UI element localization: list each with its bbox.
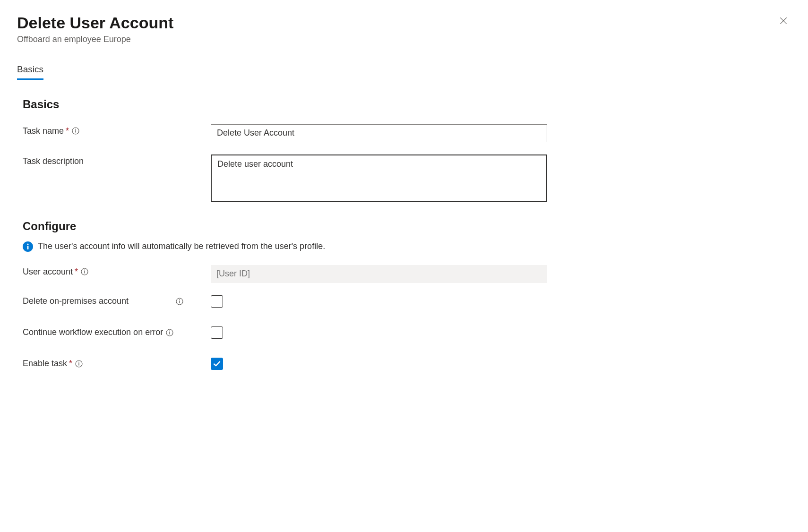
required-indicator: *	[75, 267, 78, 277]
task-description-label-text: Task description	[23, 156, 84, 166]
close-button[interactable]	[776, 13, 791, 28]
continue-on-error-label: Continue workflow execution on error	[23, 327, 198, 337]
svg-point-13	[169, 330, 170, 331]
svg-point-10	[179, 299, 180, 300]
tab-basics[interactable]: Basics	[17, 64, 43, 80]
close-icon	[779, 16, 788, 26]
page-subtitle: Offboard an employee Europe	[17, 34, 173, 44]
delete-onprem-label-text: Delete on-premises account	[23, 296, 129, 306]
svg-point-7	[84, 270, 85, 271]
enable-task-checkbox[interactable]	[211, 358, 223, 370]
svg-rect-5	[27, 246, 29, 249]
continue-on-error-label-text: Continue workflow execution on error	[23, 327, 163, 337]
info-filled-icon	[23, 241, 33, 252]
info-banner-text: The user's account info will automatical…	[38, 241, 325, 251]
info-icon[interactable]	[81, 268, 88, 275]
required-indicator: *	[69, 359, 72, 369]
svg-point-4	[27, 243, 28, 245]
delete-onprem-checkbox[interactable]	[211, 295, 223, 308]
info-icon[interactable]	[75, 360, 83, 368]
user-account-label-text: User account	[23, 267, 73, 277]
svg-rect-8	[84, 271, 85, 274]
enable-task-label-text: Enable task	[23, 359, 67, 369]
svg-point-1	[75, 129, 76, 130]
svg-rect-11	[179, 300, 180, 303]
enable-task-label: Enable task *	[23, 359, 211, 369]
info-icon[interactable]	[72, 127, 79, 135]
page-title: Delete User Account	[17, 13, 173, 33]
task-name-input[interactable]	[211, 124, 547, 142]
user-account-label: User account *	[23, 265, 211, 277]
info-icon[interactable]	[166, 329, 173, 336]
section-heading-basics: Basics	[23, 98, 791, 111]
svg-rect-17	[78, 363, 79, 365]
section-heading-configure: Configure	[23, 220, 791, 233]
continue-on-error-checkbox[interactable]	[211, 326, 223, 339]
task-description-input[interactable]	[211, 154, 547, 202]
info-icon[interactable]	[176, 298, 183, 305]
svg-point-16	[78, 361, 79, 362]
user-account-input	[211, 265, 547, 283]
delete-onprem-label: Delete on-premises account	[23, 296, 183, 306]
task-description-label: Task description	[23, 154, 211, 166]
required-indicator: *	[66, 126, 69, 136]
svg-rect-14	[169, 332, 170, 334]
task-name-label-text: Task name	[23, 126, 64, 136]
task-name-label: Task name *	[23, 124, 211, 136]
svg-rect-2	[75, 130, 76, 133]
